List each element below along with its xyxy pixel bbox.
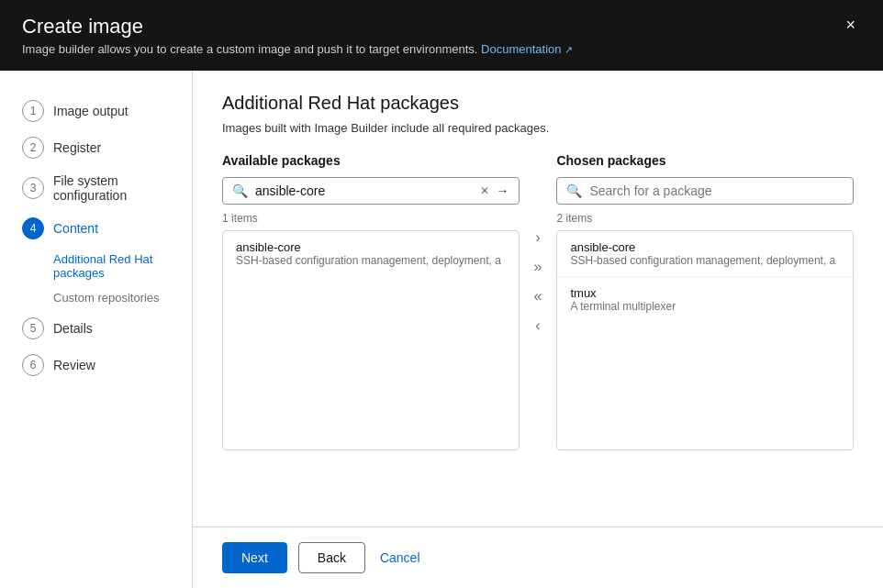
sidebar-sub-custom-repos[interactable]: Custom repositories: [53, 285, 192, 310]
sidebar-sub-menu: Additional Red Hat packages Custom repos…: [0, 247, 192, 310]
sidebar-step-image-output[interactable]: 1 Image output: [0, 93, 192, 129]
main-content: Additional Red Hat packages Images built…: [193, 71, 883, 588]
next-button[interactable]: Next: [222, 542, 287, 573]
content-area: Additional Red Hat packages Images built…: [193, 71, 883, 527]
modal-title: Create image: [22, 15, 573, 39]
step-number-6: 6: [22, 354, 44, 376]
transfer-controls: › » « ‹: [520, 227, 557, 337]
sidebar-label-3: File system configuration: [53, 173, 170, 203]
sidebar-step-details[interactable]: 5 Details: [0, 310, 192, 347]
sub-item-label-2: Custom repositories: [53, 291, 160, 305]
chosen-package-item-1[interactable]: ansible-core SSH-based configuration man…: [557, 231, 853, 277]
step-number-5: 5: [22, 317, 44, 339]
chosen-search-box: 🔍: [556, 177, 854, 205]
sidebar-step-filesystem[interactable]: 3 File system configuration: [0, 166, 192, 210]
chosen-packages-column: Chosen packages 🔍 2 items ansible-core S…: [556, 153, 854, 450]
sidebar-step-content[interactable]: 4 Content: [0, 210, 192, 247]
header-content: Create image Image builder allows you to…: [22, 15, 573, 56]
modal-header: Create image Image builder allows you to…: [0, 0, 883, 71]
sidebar-sub-additional-packages[interactable]: Additional Red Hat packages: [53, 247, 192, 285]
sidebar-step-review[interactable]: 6 Review: [0, 347, 192, 383]
cancel-button[interactable]: Cancel: [376, 543, 424, 572]
sub-item-label-1: Additional Red Hat packages: [53, 252, 152, 280]
available-packages-list: ansible-core SSH-based configuration man…: [222, 230, 520, 450]
available-packages-column: Available packages 🔍 ✕ → 1 items ansible…: [222, 153, 520, 450]
add-one-button[interactable]: ›: [531, 227, 543, 249]
chosen-package-name-1: ansible-core: [570, 240, 840, 254]
chosen-packages-list: ansible-core SSH-based configuration man…: [556, 230, 854, 450]
available-package-name-1: ansible-core: [236, 240, 506, 254]
available-search-input[interactable]: [255, 183, 480, 198]
sidebar-label-5: Details: [53, 321, 93, 336]
available-package-desc-1: SSH-based configuration management, depl…: [236, 254, 506, 267]
modal-subtitle: Image builder allows you to create a cus…: [22, 42, 573, 56]
step-number-1: 1: [22, 100, 44, 122]
step-number-2: 2: [22, 137, 44, 159]
packages-layout: Available packages 🔍 ✕ → 1 items ansible…: [222, 153, 854, 450]
section-title: Additional Red Hat packages: [222, 93, 854, 114]
chosen-package-desc-2: A terminal multiplexer: [570, 300, 840, 313]
create-image-modal: Create image Image builder allows you to…: [0, 0, 883, 588]
remove-one-button[interactable]: ‹: [531, 315, 543, 337]
subtitle-text: Image builder allows you to create a cus…: [22, 42, 477, 56]
chosen-package-name-2: tmux: [570, 286, 840, 300]
documentation-link[interactable]: Documentation: [481, 42, 573, 56]
chosen-package-desc-1: SSH-based configuration management, depl…: [570, 254, 840, 267]
section-description: Images built with Image Builder include …: [222, 121, 854, 135]
close-button[interactable]: ×: [840, 15, 861, 35]
step-number-3: 3: [22, 177, 44, 199]
available-search-box: 🔍 ✕ →: [222, 177, 520, 205]
chosen-package-item-2[interactable]: tmux A terminal multiplexer: [557, 277, 853, 322]
add-all-button[interactable]: »: [531, 256, 546, 278]
chosen-items-count: 2 items: [556, 212, 854, 225]
remove-all-button[interactable]: «: [531, 285, 546, 307]
sidebar-label-2: Register: [53, 140, 101, 155]
clear-icon[interactable]: ✕: [480, 184, 489, 197]
available-column-title: Available packages: [222, 153, 520, 168]
sidebar: 1 Image output 2 Register 3 File system …: [0, 71, 193, 588]
footer: Next Back Cancel: [193, 527, 883, 588]
chosen-search-input[interactable]: [589, 183, 844, 198]
chosen-column-title: Chosen packages: [556, 153, 854, 168]
sidebar-step-register[interactable]: 2 Register: [0, 129, 192, 166]
available-items-count: 1 items: [222, 212, 520, 225]
step-number-4: 4: [22, 217, 44, 239]
back-button[interactable]: Back: [298, 542, 365, 573]
sidebar-label-6: Review: [53, 358, 95, 372]
available-package-item[interactable]: ansible-core SSH-based configuration man…: [223, 231, 519, 276]
arrow-icon[interactable]: →: [497, 183, 509, 198]
sidebar-label-4: Content: [53, 221, 98, 236]
sidebar-label-1: Image output: [53, 104, 129, 118]
search-icon-chosen: 🔍: [566, 183, 582, 198]
modal-body: 1 Image output 2 Register 3 File system …: [0, 71, 883, 588]
search-icon-available: 🔍: [232, 183, 248, 198]
